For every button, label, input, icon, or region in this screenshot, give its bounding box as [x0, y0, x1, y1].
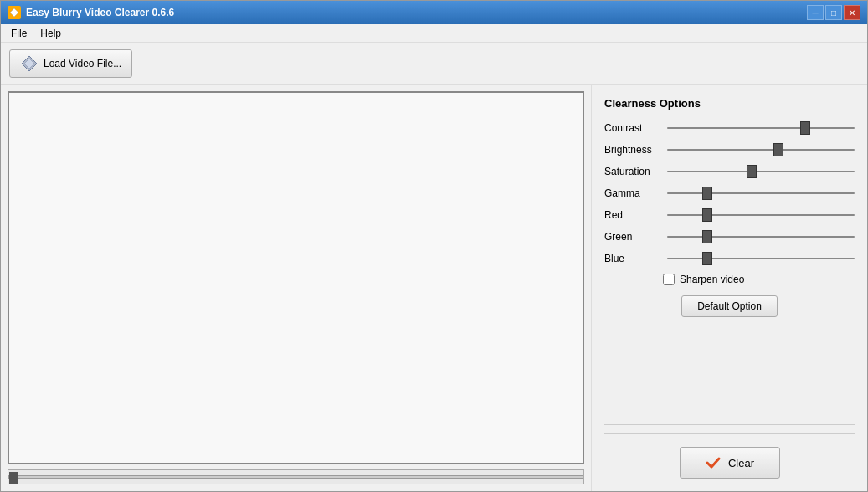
clear-label: Clear — [728, 457, 754, 469]
video-timeline — [8, 469, 584, 484]
right-panel: Clearness Options Contrast Brightness Sa… — [591, 85, 867, 491]
sharpen-row: Sharpen video — [663, 274, 855, 285]
gamma-label: Gamma — [604, 187, 667, 199]
timeline-slider[interactable] — [8, 471, 583, 483]
blue-label: Blue — [604, 253, 667, 264]
clearness-title: Clearness Options — [604, 97, 855, 110]
blue-row: Blue — [604, 252, 855, 265]
svg-marker-0 — [10, 8, 18, 17]
green-row: Green — [604, 230, 855, 243]
window-controls: ─ □ ✕ — [807, 5, 860, 20]
load-video-button[interactable]: Load Video File... — [9, 49, 132, 78]
default-option-button[interactable]: Default Option — [681, 295, 778, 317]
brightness-slider[interactable] — [667, 143, 855, 156]
menu-bar: File Help — [1, 24, 867, 43]
contrast-label: Contrast — [604, 122, 667, 134]
red-slider[interactable] — [667, 208, 855, 222]
main-window: Easy Blurry Video Clearer 0.6.6 ─ □ ✕ Fi… — [0, 0, 868, 492]
options-section: Clearness Options Contrast Brightness Sa… — [604, 97, 855, 416]
video-frame[interactable] — [8, 91, 584, 464]
clear-button[interactable]: Clear — [680, 447, 780, 479]
red-row: Red — [604, 208, 855, 222]
saturation-slider[interactable] — [667, 165, 855, 178]
saturation-label: Saturation — [604, 166, 667, 177]
app-icon — [8, 6, 21, 19]
contrast-row: Contrast — [604, 121, 855, 135]
menu-file[interactable]: File — [4, 26, 33, 41]
checkmark-icon — [705, 454, 722, 471]
blue-slider[interactable] — [667, 252, 855, 265]
restore-button[interactable]: □ — [825, 5, 842, 20]
gamma-slider[interactable] — [667, 187, 855, 200]
menu-help[interactable]: Help — [33, 26, 68, 41]
main-content: Clearness Options Contrast Brightness Sa… — [1, 85, 867, 491]
title-bar: Easy Blurry Video Clearer 0.6.6 ─ □ ✕ — [1, 1, 867, 24]
close-button[interactable]: ✕ — [844, 5, 860, 20]
load-video-label: Load Video File... — [44, 58, 121, 69]
minimize-button[interactable]: ─ — [807, 5, 824, 20]
sharpen-label[interactable]: Sharpen video — [680, 274, 744, 285]
window-title: Easy Blurry Video Clearer 0.6.6 — [26, 7, 807, 18]
brightness-row: Brightness — [604, 143, 855, 156]
load-icon — [20, 54, 39, 73]
saturation-row: Saturation — [604, 165, 855, 178]
sharpen-checkbox[interactable] — [663, 274, 675, 285]
bottom-section: Clear — [604, 433, 855, 479]
gamma-row: Gamma — [604, 187, 855, 200]
green-label: Green — [604, 231, 667, 243]
toolbar: Load Video File... — [1, 43, 867, 85]
green-slider[interactable] — [667, 230, 855, 243]
video-area — [1, 85, 591, 491]
contrast-slider[interactable] — [667, 121, 855, 135]
separator — [604, 424, 855, 425]
brightness-label: Brightness — [604, 144, 667, 156]
red-label: Red — [604, 209, 667, 221]
